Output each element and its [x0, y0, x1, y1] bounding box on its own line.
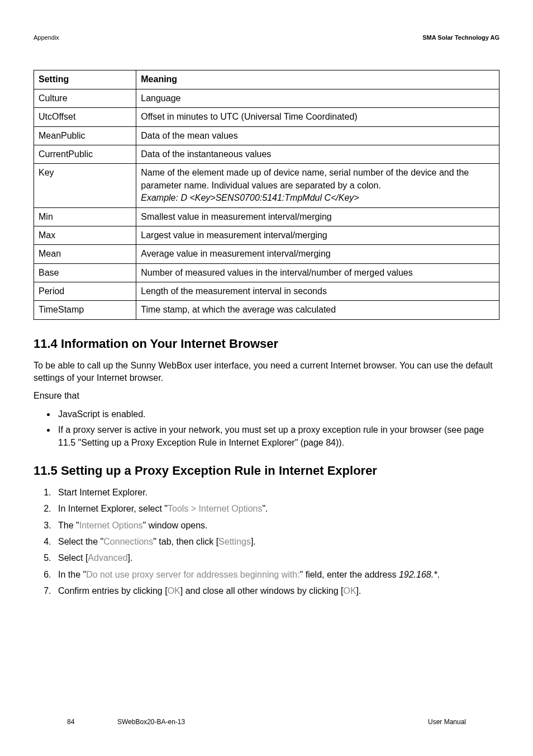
table-row: MaxLargest value in measurement interval… [34, 226, 499, 244]
cell: Min [34, 207, 136, 226]
table-row: MinSmallest value in measurement interva… [34, 207, 499, 226]
table-row: MeanPublicData of the mean values [34, 126, 499, 145]
cell: Smallest value in measurement interval/m… [136, 207, 499, 226]
header-left: Appendix [34, 34, 59, 42]
list-item: In Internet Explorer, select "Tools > In… [54, 503, 499, 515]
page-footer: 84 SWebBox20-BA-en-13 User Manual [67, 717, 466, 727]
cell: Time stamp, at which the average was cal… [136, 301, 499, 319]
cell: Length of the measurement interval in se… [136, 282, 499, 301]
list-item: Select the "Connections" tab, then click… [54, 536, 499, 548]
cell: Max [34, 226, 136, 244]
cell: Base [34, 263, 136, 282]
table-row: KeyName of the element made up of device… [34, 164, 499, 207]
cell: Key [34, 164, 136, 207]
list-item: The "Internet Options" window opens. [54, 519, 499, 532]
cell: Culture [34, 89, 136, 107]
table-row: CultureLanguage [34, 89, 499, 107]
page-header: Appendix SMA Solar Technology AG [34, 34, 499, 42]
cell: Language [136, 89, 499, 107]
paragraph: To be able to call up the Sunny WebBox u… [34, 360, 499, 385]
list-item: JavaScript is enabled. [56, 408, 499, 420]
footer-right: User Manual [428, 717, 466, 727]
cell: Average value in measurement interval/me… [136, 245, 499, 263]
list-item: In the "Do not use proxy server for addr… [54, 569, 499, 581]
ordered-list: Start Internet Explorer. In Internet Exp… [34, 486, 499, 598]
bullet-list: JavaScript is enabled. If a proxy server… [34, 408, 499, 449]
list-item: Select [Advanced]. [54, 552, 499, 564]
cell: Name of the element made up of device na… [136, 164, 499, 207]
cell: TimeStamp [34, 301, 136, 319]
table-row: TimeStampTime stamp, at which the averag… [34, 301, 499, 319]
list-item: If a proxy server is active in your netw… [56, 424, 499, 449]
th-setting: Setting [34, 70, 136, 89]
header-right: SMA Solar Technology AG [422, 34, 499, 42]
table-row: PeriodLength of the measurement interval… [34, 282, 499, 301]
cell: Offset in minutes to UTC (Universal Time… [136, 108, 499, 126]
heading-11-4: 11.4 Information on Your Internet Browse… [34, 336, 499, 353]
table-row: MeanAverage value in measurement interva… [34, 245, 499, 263]
footer-page-number: 84 [67, 717, 74, 727]
settings-table: Setting Meaning CultureLanguage UtcOffse… [34, 70, 499, 319]
list-item: Confirm entries by clicking [OK] and clo… [54, 585, 499, 597]
paragraph: Ensure that [34, 390, 499, 402]
cell: MeanPublic [34, 126, 136, 145]
heading-11-5: 11.5 Setting up a Proxy Exception Rule i… [34, 462, 499, 480]
cell: Data of the mean values [136, 126, 499, 145]
cell: Mean [34, 245, 136, 263]
cell: CurrentPublic [34, 145, 136, 163]
th-meaning: Meaning [136, 70, 499, 89]
cell: Data of the instantaneous values [136, 145, 499, 163]
table-row: CurrentPublicData of the instantaneous v… [34, 145, 499, 163]
table-row: UtcOffsetOffset in minutes to UTC (Unive… [34, 108, 499, 126]
cell: UtcOffset [34, 108, 136, 126]
cell: Period [34, 282, 136, 301]
cell: Number of measured values in the interva… [136, 263, 499, 282]
footer-doc-id: SWebBox20-BA-en-13 [117, 717, 185, 727]
cell: Largest value in measurement interval/me… [136, 226, 499, 244]
list-item: Start Internet Explorer. [54, 486, 499, 499]
table-row: BaseNumber of measured values in the int… [34, 263, 499, 282]
